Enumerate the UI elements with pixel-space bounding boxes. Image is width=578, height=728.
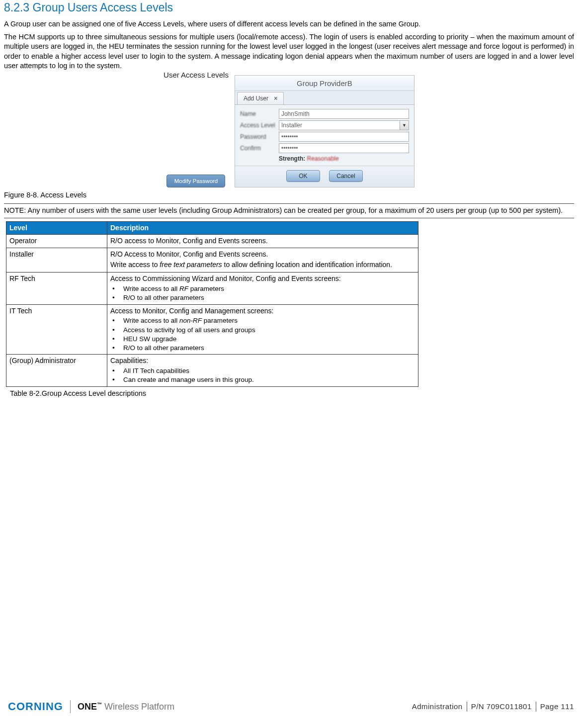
- divider: [4, 218, 574, 218]
- table-row: OperatorR/O access to Monitor, Config an…: [6, 234, 418, 248]
- description-cell: R/O access to Monitor, Config and Events…: [107, 234, 418, 248]
- password-field[interactable]: [279, 132, 409, 142]
- modify-password-button[interactable]: Modify Password: [166, 175, 225, 187]
- description-cell: Access to Commissioning Wizard and Monit…: [107, 273, 418, 304]
- name-field[interactable]: [279, 109, 409, 119]
- level-cell: RF Tech: [6, 273, 107, 304]
- page-footer: CORNING ONE™ Wireless Platform Administr…: [8, 699, 578, 714]
- level-cell: (Group) Administrator: [6, 355, 107, 386]
- password-label: Password: [240, 133, 279, 141]
- dialog-group-title: Group ProviderB: [235, 76, 414, 91]
- brand-one-wireless: ONE™ Wireless Platform: [78, 701, 174, 713]
- ok-button[interactable]: OK: [286, 170, 320, 182]
- section-heading: 8.2.3 Group Users Access Levels: [4, 0, 574, 15]
- figure-caption: Figure 8-8. Access Levels: [4, 190, 574, 200]
- tab-add-user[interactable]: Add User ×: [237, 92, 284, 104]
- access-level-field[interactable]: [279, 120, 400, 130]
- list-item: All IT Tech capabilities: [111, 366, 415, 375]
- level-cell: IT Tech: [6, 304, 107, 355]
- close-icon[interactable]: ×: [274, 95, 277, 102]
- access-level-label: Access Level: [240, 121, 279, 129]
- list-item: Can create and manage users in this grou…: [111, 375, 415, 384]
- brand-corning: CORNING: [8, 699, 63, 714]
- access-levels-table: Level Description OperatorR/O access to …: [6, 221, 418, 387]
- table-row: InstallerR/O Access to Monitor, Config a…: [6, 248, 418, 273]
- list-item: R/O to all other parameters: [111, 293, 415, 302]
- table-row: (Group) AdministratorCapabilities:All IT…: [6, 355, 418, 386]
- strength-value: Reasonable: [307, 155, 339, 162]
- figure-access-levels: User Access Levels Modify Password Group…: [4, 75, 574, 188]
- note-text: NOTE: Any number of users with the same …: [4, 206, 574, 216]
- add-user-dialog: Group ProviderB Add User × Name Access L…: [235, 75, 414, 188]
- chevron-down-icon[interactable]: ▼: [400, 120, 409, 130]
- list-item: R/O to all other parameters: [111, 344, 415, 353]
- list-item: Access to activity log of all users and …: [111, 326, 415, 335]
- footer-pn: P/N 709C011801: [467, 702, 536, 712]
- col-header-description: Description: [107, 221, 418, 234]
- description-cell: Access to Monitor, Config and Management…: [107, 304, 418, 355]
- footer-page: Page 111: [536, 702, 578, 712]
- callout-label: User Access Levels: [164, 70, 229, 80]
- intro-paragraph-1: A Group user can be assigned one of five…: [4, 19, 574, 29]
- confirm-label: Confirm: [240, 144, 279, 152]
- description-cell: Capabilities:All IT Tech capabilitiesCan…: [107, 355, 418, 386]
- footer-section: Administration: [408, 702, 467, 712]
- table-row: RF TechAccess to Commissioning Wizard an…: [6, 273, 418, 304]
- table-caption: Table 8-2.Group Access Level description…: [10, 389, 574, 399]
- intro-paragraph-2: The HCM supports up to three simultaneou…: [4, 32, 574, 71]
- list-item: HEU SW upgrade: [111, 335, 415, 344]
- tab-label: Add User: [244, 95, 268, 102]
- level-cell: Installer: [6, 248, 107, 273]
- divider: [70, 700, 71, 713]
- divider: [4, 203, 574, 204]
- col-header-level: Level: [6, 221, 107, 234]
- confirm-field[interactable]: [279, 143, 409, 153]
- level-cell: Operator: [6, 234, 107, 248]
- description-cell: R/O Access to Monitor, Config and Events…: [107, 248, 418, 273]
- list-item: Write access to all RF parameters: [111, 284, 415, 293]
- name-label: Name: [240, 110, 279, 118]
- strength-label: Strength:: [279, 155, 305, 162]
- cancel-button[interactable]: Cancel: [329, 170, 363, 182]
- list-item: Write access to all non-RF parameters: [111, 316, 415, 325]
- table-row: IT TechAccess to Monitor, Config and Man…: [6, 304, 418, 355]
